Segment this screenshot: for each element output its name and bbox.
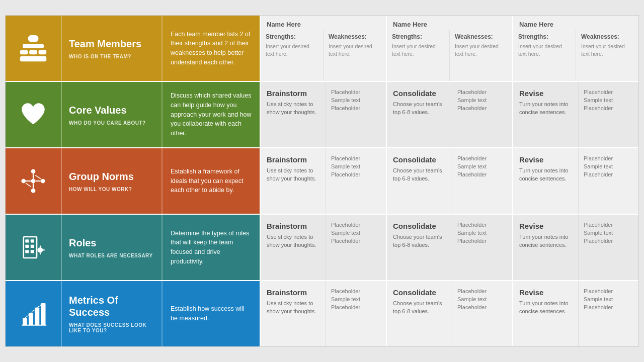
- consolidate-item-1-core: Placeholder: [457, 89, 507, 95]
- consolidate-title-norms: Consolidate: [393, 155, 446, 164]
- svg-rect-30: [23, 318, 27, 325]
- svg-point-8: [21, 179, 26, 184]
- ri1n: Placeholder: [584, 155, 633, 161]
- row-subtitle-roles: WHAT ROLES ARE NECESSARY: [69, 253, 154, 258]
- svg-rect-5: [20, 56, 47, 62]
- member-3-strengths-text: Insert your desired text here.: [518, 43, 571, 58]
- svg-rect-2: [20, 50, 28, 55]
- svg-rect-3: [29, 50, 37, 55]
- label-cell-team: Team Members WHO IS ON THE TEAM?: [61, 16, 162, 81]
- section-revise-norms: Revise Turn your notes into concise sent…: [512, 148, 638, 214]
- ci1m: Placeholder: [457, 288, 507, 294]
- brainstorm-title-metrics: Brainstorm: [267, 288, 319, 297]
- bi2m: Sample text: [331, 296, 381, 302]
- team-member-1: Name Here Strengths: Insert your desired…: [260, 16, 386, 81]
- section-consolidate-core: Consolidate Choose your team's top 6-8 v…: [386, 82, 512, 147]
- row-title-roles: Roles: [69, 237, 154, 249]
- revise-desc-core: Turn your notes into concise sentences.: [519, 101, 572, 117]
- brainstorm-desc-norms: Use sticky notes to show your thoughts.: [267, 167, 319, 183]
- brainstorm-item-3-core: Placeholder: [331, 105, 381, 111]
- member-3-strengths: Strengths: Insert your desired text here…: [513, 30, 576, 81]
- ri3m: Placeholder: [584, 304, 633, 310]
- revise-item-2-core: Sample text: [584, 97, 633, 103]
- row-title-team: Team Members: [69, 38, 154, 50]
- ci2r: Sample text: [457, 230, 507, 236]
- row-subtitle-team: WHO IS ON THE TEAM?: [69, 54, 154, 59]
- svg-rect-20: [31, 239, 34, 242]
- row-title-norms: Group Norms: [69, 170, 154, 183]
- brainstorm-title-roles: Brainstorm: [267, 222, 319, 230]
- member-2-weaknesses-label: Weaknesses:: [455, 33, 507, 40]
- brainstorm-items-norms: Placeholder Sample text Placeholder: [326, 148, 386, 214]
- revise-items-roles: Placeholder Sample text Placeholder: [579, 215, 638, 280]
- revise-desc-metrics: Turn your notes into concise sentences.: [519, 300, 572, 316]
- section-brainstorm-norms: Brainstorm Use sticky notes to show your…: [260, 148, 386, 214]
- brainstorm-desc-metrics: Use sticky notes to show your thoughts.: [267, 300, 319, 316]
- desc-cell-team: Each team member lists 2 of their streng…: [162, 16, 260, 81]
- section-main-revise-core: Revise Turn your notes into concise sent…: [513, 82, 579, 147]
- section-main-revise-norms: Revise Turn your notes into concise sent…: [513, 148, 579, 214]
- building-icon: [19, 233, 47, 261]
- svg-rect-22: [31, 245, 34, 248]
- section-consolidate-roles: Consolidate Choose your team's top 6-8 v…: [386, 215, 512, 280]
- revise-items-core: Placeholder Sample text Placeholder: [579, 82, 638, 147]
- section-main-consolidate-metrics: Consolidate Choose your team's top 6-8 v…: [387, 281, 452, 346]
- ci3r: Placeholder: [457, 238, 507, 244]
- member-1-weaknesses-text: Insert your desired text here.: [329, 43, 381, 58]
- section-revise-metrics: Revise Turn your notes into concise sent…: [512, 281, 638, 346]
- section-main-revise-roles: Revise Turn your notes into concise sent…: [513, 215, 579, 280]
- row-title-core: Core Values: [69, 104, 154, 116]
- member-2-strengths-text: Insert your desired text here.: [392, 43, 444, 58]
- consolidate-title-metrics: Consolidate: [393, 288, 446, 297]
- svg-rect-23: [25, 250, 29, 253]
- svg-point-11: [31, 189, 36, 193]
- brainstorm-item-1-core: Placeholder: [331, 89, 381, 95]
- icon-cell-metrics: [6, 281, 61, 346]
- bi2n: Sample text: [331, 163, 381, 169]
- ri2m: Sample text: [584, 296, 633, 302]
- consolidate-items-norms: Placeholder Sample text Placeholder: [452, 148, 512, 214]
- revise-desc-roles: Turn your notes into concise sentences.: [519, 233, 572, 249]
- ci3m: Placeholder: [457, 304, 507, 310]
- network-icon: [19, 167, 47, 195]
- section-main-consolidate-core: Consolidate Choose your team's top 6-8 v…: [387, 82, 452, 147]
- section-main-consolidate-norms: Consolidate Choose your team's top 6-8 v…: [387, 148, 452, 214]
- section-brainstorm-core: Brainstorm Use sticky notes to show your…: [260, 82, 386, 147]
- svg-point-25: [38, 247, 43, 253]
- revise-items-metrics: Placeholder Sample text Placeholder: [579, 281, 638, 346]
- consolidate-title-core: Consolidate: [393, 89, 446, 98]
- revise-desc-norms: Turn your notes into concise sentences.: [519, 167, 572, 183]
- ci3n: Placeholder: [457, 171, 507, 177]
- member-2-weaknesses: Weaknesses: Insert your desired text her…: [450, 30, 512, 81]
- member-3-strengths-label: Strengths:: [518, 33, 571, 40]
- ci2m: Sample text: [457, 296, 507, 302]
- svg-rect-24: [31, 250, 34, 253]
- heart-icon: [19, 101, 47, 129]
- section-brainstorm-roles: Brainstorm Use sticky notes to show your…: [260, 215, 386, 280]
- svg-point-7: [31, 179, 36, 184]
- row-title-metrics: Metrics Of Success: [69, 294, 154, 318]
- brainstorm-item-2-core: Sample text: [331, 97, 381, 103]
- label-cell-core: Core Values WHO DO YOU CARE ABOUT?: [61, 82, 162, 147]
- revise-title-roles: Revise: [519, 222, 572, 230]
- label-cell-roles: Roles WHAT ROLES ARE NECESSARY: [61, 215, 162, 280]
- bi3r: Placeholder: [331, 238, 381, 244]
- slide: Team Members WHO IS ON THE TEAM? Each te…: [5, 15, 639, 347]
- revise-title-norms: Revise: [519, 155, 572, 164]
- bi1r: Placeholder: [331, 222, 381, 228]
- svg-rect-31: [29, 313, 33, 325]
- team-member-2: Name Here Strengths: Insert your desired…: [386, 16, 512, 81]
- consolidate-desc-roles: Choose your team's top 6-8 values.: [393, 233, 446, 249]
- revise-item-3-core: Placeholder: [584, 105, 633, 111]
- desc-cell-roles: Determine the types of roles that will k…: [162, 215, 260, 280]
- member-2-name: Name Here: [387, 16, 512, 30]
- ci1r: Placeholder: [457, 222, 507, 228]
- content-area-roles: Brainstorm Use sticky notes to show your…: [260, 215, 638, 280]
- row-subtitle-norms: HOW WILL YOU WORK?: [69, 187, 154, 192]
- consolidate-desc-core: Choose your team's top 6-8 values.: [393, 101, 446, 117]
- row-core-values: Core Values WHO DO YOU CARE ABOUT? Discu…: [6, 82, 638, 148]
- member-1-name: Name Here: [261, 16, 386, 30]
- section-main-brainstorm-core: Brainstorm Use sticky notes to show your…: [261, 82, 326, 147]
- bi2r: Sample text: [331, 230, 381, 236]
- content-area-core: Brainstorm Use sticky notes to show your…: [260, 82, 638, 147]
